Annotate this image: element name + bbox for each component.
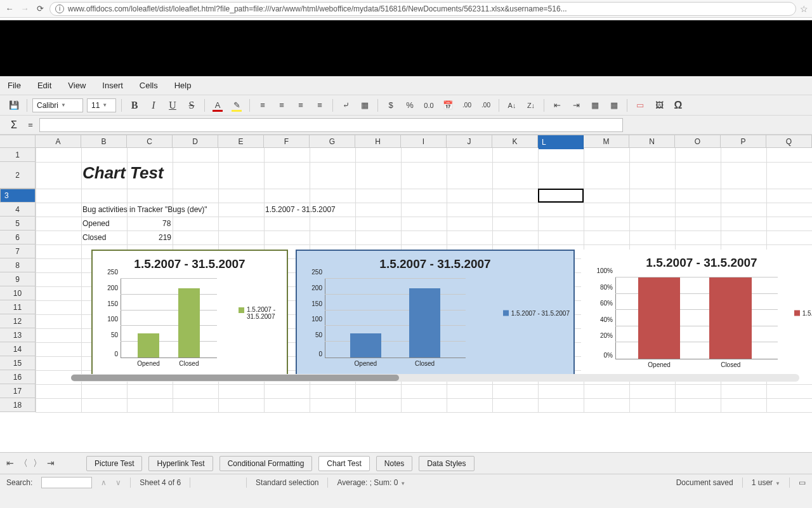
search-input[interactable] bbox=[41, 477, 92, 488]
cell-c5[interactable]: 78 bbox=[162, 219, 171, 228]
active-cell[interactable] bbox=[538, 189, 584, 203]
col-G[interactable]: G bbox=[310, 135, 355, 147]
tab-nav[interactable]: ⇤ 〈 〉 ⇥ bbox=[6, 458, 55, 469]
align-right-icon[interactable]: ≡ bbox=[293, 98, 308, 113]
tab-data-styles[interactable]: Data Styles bbox=[419, 456, 474, 471]
row-16[interactable]: 16 bbox=[0, 370, 36, 384]
percent-icon[interactable]: % bbox=[402, 98, 417, 113]
indent-dec-icon[interactable]: ⇤ bbox=[549, 98, 565, 113]
font-color-button[interactable]: A bbox=[210, 98, 225, 113]
row-12[interactable]: 12 bbox=[0, 314, 36, 328]
menu-view[interactable]: View bbox=[68, 81, 86, 90]
date-icon[interactable]: 📅 bbox=[440, 98, 455, 113]
row-18[interactable]: 18 bbox=[0, 398, 36, 412]
chart-blue[interactable]: 1.5.2007 - 31.5.2007 050100150200250 Ope… bbox=[296, 250, 575, 377]
menu-cells[interactable]: Cells bbox=[140, 81, 158, 90]
sort-desc-icon[interactable]: Z↓ bbox=[523, 98, 539, 113]
column-headers[interactable]: A B C D E F G H I J K L M N O P Q bbox=[0, 135, 812, 148]
col-E[interactable]: E bbox=[218, 135, 264, 147]
spreadsheet[interactable]: A B C D E F G H I J K L M N O P Q 1 2 3 … bbox=[0, 135, 812, 452]
col-N[interactable]: N bbox=[629, 135, 675, 147]
tab-conditional-formatting[interactable]: Conditional Formatting bbox=[219, 456, 313, 471]
col-K[interactable]: K bbox=[492, 135, 538, 147]
col-L[interactable]: L bbox=[538, 135, 584, 149]
cell-b5[interactable]: Opened bbox=[82, 219, 110, 228]
borders-icon[interactable]: ▦ bbox=[587, 98, 603, 113]
chart-red[interactable]: 1.5.2007 - 31.5.2007 0%20%40%60%80%100% … bbox=[581, 250, 812, 377]
row-headers[interactable]: 1 2 3 4 5 6 7 8 9 10 11 12 13 14 15 16 1… bbox=[0, 148, 36, 412]
row-5[interactable]: 5 bbox=[0, 217, 36, 231]
row-11[interactable]: 11 bbox=[0, 300, 36, 314]
row-1[interactable]: 1 bbox=[0, 148, 36, 162]
wrap-text-icon[interactable]: ⤶ bbox=[338, 98, 353, 113]
row-8[interactable]: 8 bbox=[0, 258, 36, 272]
col-I[interactable]: I bbox=[401, 135, 447, 147]
currency-icon[interactable]: $ bbox=[383, 98, 398, 113]
menu-edit[interactable]: Edit bbox=[37, 81, 51, 90]
col-B[interactable]: B bbox=[81, 135, 127, 147]
align-center-icon[interactable]: ≡ bbox=[274, 98, 289, 113]
row-17[interactable]: 17 bbox=[0, 384, 36, 398]
underline-button[interactable]: U bbox=[165, 98, 180, 113]
tab-notes[interactable]: Notes bbox=[376, 456, 412, 471]
prev-sheet-icon[interactable]: 〈 bbox=[19, 458, 28, 469]
indent-inc-icon[interactable]: ⇥ bbox=[568, 98, 584, 113]
col-F[interactable]: F bbox=[264, 135, 310, 147]
selection-mode[interactable]: Standard selection bbox=[256, 478, 318, 487]
borders2-icon[interactable]: ▦ bbox=[606, 98, 622, 113]
aggregate[interactable]: Average: ; Sum: 0▼ bbox=[337, 478, 405, 487]
col-A[interactable]: A bbox=[36, 135, 81, 147]
cell-c6[interactable]: 219 bbox=[159, 233, 171, 242]
highlight-button[interactable]: ✎ bbox=[229, 98, 244, 113]
formula-input[interactable] bbox=[39, 118, 623, 132]
insert-image-icon[interactable]: 🖼 bbox=[652, 98, 667, 113]
grid[interactable]: Chart Test Bug activities in Tracker "Bu… bbox=[36, 148, 812, 412]
tab-chart-test[interactable]: Chart Test bbox=[318, 456, 369, 471]
horizontal-scrollbar[interactable] bbox=[71, 374, 799, 382]
col-M[interactable]: M bbox=[584, 135, 629, 147]
address-bar[interactable]: i www.offidocs.com/loleaflet/dist/loleaf… bbox=[49, 2, 796, 16]
row-7[interactable]: 7 bbox=[0, 244, 36, 258]
row-10[interactable]: 10 bbox=[0, 286, 36, 300]
row-14[interactable]: 14 bbox=[0, 342, 36, 356]
bookmark-star-icon[interactable]: ☆ bbox=[800, 4, 808, 14]
number-icon[interactable]: 0.0 bbox=[421, 98, 436, 113]
select-all-corner[interactable] bbox=[0, 135, 36, 147]
cell-b4[interactable]: Bug activities in Tracker "Bugs (dev)" bbox=[82, 205, 207, 214]
next-sheet-icon[interactable]: 〉 bbox=[33, 458, 42, 469]
first-sheet-icon[interactable]: ⇤ bbox=[6, 458, 14, 469]
cell-b6[interactable]: Closed bbox=[82, 233, 106, 242]
sum-icon[interactable]: Σ bbox=[6, 119, 22, 131]
merge-cells-icon[interactable]: ▦ bbox=[357, 98, 372, 113]
cell-title[interactable]: Chart Test bbox=[82, 163, 164, 183]
back-button[interactable]: ← bbox=[4, 3, 15, 15]
row-15[interactable]: 15 bbox=[0, 356, 36, 370]
row-6[interactable]: 6 bbox=[0, 231, 36, 244]
search-next-icon[interactable]: ∨ bbox=[115, 478, 121, 487]
insert-rect-icon[interactable]: ▭ bbox=[632, 98, 648, 113]
last-sheet-icon[interactable]: ⇥ bbox=[47, 458, 55, 469]
menu-file[interactable]: File bbox=[8, 81, 21, 90]
zoom-icon[interactable]: ▭ bbox=[799, 478, 806, 487]
col-Q[interactable]: Q bbox=[766, 135, 812, 147]
special-char-icon[interactable]: Ω bbox=[671, 98, 686, 113]
tab-picture-test[interactable]: Picture Test bbox=[86, 456, 142, 471]
sort-asc-icon[interactable]: A↓ bbox=[504, 98, 520, 113]
size-select[interactable]: 11▼ bbox=[87, 98, 116, 112]
row-2[interactable]: 2 bbox=[0, 162, 36, 189]
remove-decimal-icon[interactable]: .00 bbox=[478, 98, 494, 113]
align-justify-icon[interactable]: ≡ bbox=[312, 98, 327, 113]
col-H[interactable]: H bbox=[355, 135, 401, 147]
reload-button[interactable]: ⟳ bbox=[34, 3, 46, 15]
menu-help[interactable]: Help bbox=[174, 81, 192, 90]
bold-button[interactable]: B bbox=[127, 98, 142, 113]
cell-f4[interactable]: 1.5.2007 - 31.5.2007 bbox=[265, 205, 336, 214]
chart-green[interactable]: 1.5.2007 - 31.5.2007 050100150200250 Ope… bbox=[91, 250, 288, 377]
strike-button[interactable]: S bbox=[184, 98, 199, 113]
col-D[interactable]: D bbox=[173, 135, 218, 147]
user-count[interactable]: 1 user▼ bbox=[752, 478, 780, 487]
save-icon[interactable]: 💾 bbox=[6, 98, 22, 113]
font-select[interactable]: Calibri▼ bbox=[32, 98, 83, 112]
col-O[interactable]: O bbox=[675, 135, 721, 147]
add-decimal-icon[interactable]: .00 bbox=[459, 98, 475, 113]
